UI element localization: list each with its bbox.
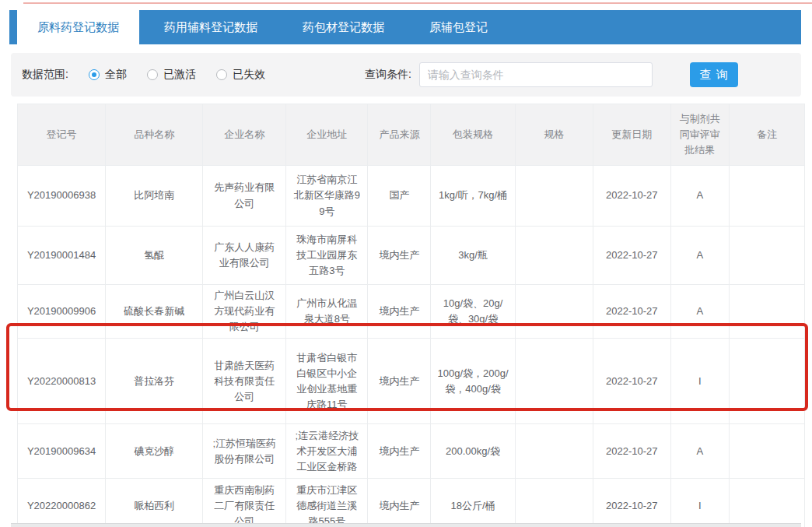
cell-product-source: 境内生产 bbox=[368, 339, 431, 424]
cell-company-address: 重庆市江津区德感街道兰溪路555号 bbox=[286, 479, 368, 527]
cell-update-date: 2022-10-27 bbox=[593, 424, 670, 479]
cell-company-address: 甘肃省白银市白银区中小企业创业基地重庆路11号 bbox=[286, 339, 368, 424]
cell-variety-name: 普拉洛芬 bbox=[106, 339, 203, 424]
cell-company-name: 先声药业有限公司 bbox=[203, 166, 286, 227]
next-row-partial bbox=[11, 523, 801, 527]
tab-api-excipient-packaging[interactable]: 原辅包登记 bbox=[409, 10, 508, 44]
cell-package-spec: 1kg/听，7kg/桶 bbox=[431, 166, 515, 227]
cell-product-source: 境内生产 bbox=[368, 479, 431, 527]
cell-review-result: I bbox=[670, 479, 729, 527]
radio-activated[interactable]: 已激活 bbox=[147, 68, 196, 82]
cell-spec bbox=[515, 424, 593, 479]
column-header-company-name: 企业名称 bbox=[203, 104, 286, 166]
tab-excipients[interactable]: 药用辅料登记数据 bbox=[144, 10, 278, 44]
cell-variety-name: 比阿培南 bbox=[106, 166, 203, 227]
cell-remarks bbox=[729, 339, 804, 424]
cell-update-date: 2022-10-27 bbox=[593, 479, 670, 527]
cell-remarks bbox=[729, 479, 804, 527]
radio-activated-label: 已激活 bbox=[163, 68, 196, 82]
cell-variety-name: 硫酸长春新碱 bbox=[106, 285, 203, 339]
top-divider-line bbox=[23, 2, 812, 4]
cell-package-spec: 3kg/瓶 bbox=[431, 227, 515, 285]
cell-company-address: 广州市从化温泉大道8号 bbox=[286, 285, 368, 339]
column-header-update-date: 更新日期 bbox=[593, 104, 670, 166]
table-row: Y20190009906 硫酸长春新碱 广州白云山汉方现代药业有限公司 广州市从… bbox=[18, 285, 805, 339]
filter-panel: 数据范围: 全部 已激活 已失效 查询条件: 查询 bbox=[11, 53, 801, 97]
column-header-variety-name: 品种名称 bbox=[106, 104, 203, 166]
cell-company-name: 甘肃皓天医药科技有限责任公司 bbox=[203, 339, 286, 424]
cell-update-date: 2022-10-27 bbox=[593, 166, 670, 227]
table-row-highlighted: Y20220000813 普拉洛芬 甘肃皓天医药科技有限责任公司 甘肃省白银市白… bbox=[18, 339, 805, 424]
column-header-review-result: 与制剂共同审评审批结果 bbox=[670, 104, 729, 166]
tab-raw-material-api[interactable]: 原料药登记数据 bbox=[17, 10, 139, 44]
query-condition-label: 查询条件: bbox=[365, 68, 411, 82]
radio-expired-label: 已失效 bbox=[233, 68, 265, 82]
cell-reg-no: Y20190001484 bbox=[18, 227, 106, 285]
column-header-package-spec: 包装规格 bbox=[431, 104, 515, 166]
tab-bar: 原料药登记数据 药用辅料登记数据 药包材登记数据 原辅包登记 bbox=[9, 10, 801, 44]
column-header-spec: 规格 bbox=[515, 104, 593, 166]
radio-activated-icon[interactable] bbox=[147, 69, 158, 80]
data-scope-label: 数据范围: bbox=[22, 68, 68, 82]
cell-package-spec: 10g/袋、20g/袋、30g/袋 bbox=[431, 285, 515, 339]
cell-spec bbox=[515, 227, 593, 285]
registration-data-page: 原料药登记数据 药用辅料登记数据 药包材登记数据 原辅包登记 数据范围: 全部 … bbox=[0, 0, 812, 527]
cell-company-address: ;连云港经济技术开发区大浦工业区金桥路 bbox=[286, 424, 368, 479]
cell-update-date: 2022-10-27 bbox=[593, 339, 670, 424]
cell-spec bbox=[515, 479, 593, 527]
cell-review-result: A bbox=[670, 424, 729, 479]
table-row: Y20220000862 哌柏西利 重庆西南制药二厂有限责任公司 重庆市江津区德… bbox=[18, 479, 805, 527]
cell-product-source: 境内生产 bbox=[368, 424, 431, 479]
cell-variety-name: 碘克沙醇 bbox=[106, 424, 203, 479]
registration-table: 登记号 品种名称 企业名称 企业地址 产品来源 包装规格 规格 更新日期 与制剂… bbox=[17, 104, 805, 527]
cell-remarks bbox=[729, 227, 804, 285]
cell-reg-no: Y20190006938 bbox=[18, 166, 106, 227]
cell-spec bbox=[515, 285, 593, 339]
cell-spec bbox=[515, 166, 593, 227]
column-header-product-source: 产品来源 bbox=[368, 104, 431, 166]
cell-remarks bbox=[729, 424, 804, 479]
radio-all-icon[interactable] bbox=[89, 69, 100, 80]
cell-package-spec: 200.00kg/袋 bbox=[431, 424, 515, 479]
cell-variety-name: 哌柏西利 bbox=[106, 479, 203, 527]
cell-product-source: 国产 bbox=[368, 166, 431, 227]
tab-packaging-materials[interactable]: 药包材登记数据 bbox=[282, 10, 404, 44]
cell-update-date: 2022-10-27 bbox=[593, 285, 670, 339]
cell-reg-no: Y20220000813 bbox=[18, 339, 106, 424]
table-header-row: 登记号 品种名称 企业名称 企业地址 产品来源 包装规格 规格 更新日期 与制剂… bbox=[18, 104, 805, 166]
cell-remarks bbox=[729, 166, 804, 227]
cell-company-name: 广东人人康药业有限公司 bbox=[203, 227, 286, 285]
cell-reg-no: Y20220000862 bbox=[18, 479, 106, 527]
cell-remarks bbox=[729, 285, 804, 339]
cell-company-name: ;江苏恒瑞医药股份有限公司 bbox=[203, 424, 286, 479]
table-row: Y20190001484 氢醌 广东人人康药业有限公司 珠海市南屏科技工业园屏东… bbox=[18, 227, 805, 285]
cell-product-source: 境内生产 bbox=[368, 227, 431, 285]
radio-expired[interactable]: 已失效 bbox=[216, 68, 265, 82]
cell-reg-no: Y20190009906 bbox=[18, 285, 106, 339]
column-header-remarks: 备注 bbox=[729, 104, 804, 166]
radio-all-label: 全部 bbox=[105, 68, 127, 82]
cell-spec bbox=[515, 339, 593, 424]
column-header-company-address: 企业地址 bbox=[286, 104, 368, 166]
radio-all[interactable]: 全部 bbox=[89, 68, 127, 82]
cell-company-name: 重庆西南制药二厂有限责任公司 bbox=[203, 479, 286, 527]
table-row: Y20190006938 比阿培南 先声药业有限公司 江苏省南京江北新区华康路9… bbox=[18, 166, 805, 227]
cell-reg-no: Y20190009634 bbox=[18, 424, 106, 479]
cell-update-date: 2022-10-27 bbox=[593, 227, 670, 285]
cell-review-result: A bbox=[670, 227, 729, 285]
cell-product-source: 境内生产 bbox=[368, 285, 431, 339]
cell-review-result: I bbox=[670, 339, 729, 424]
cell-package-spec: 100g/袋，200g/袋，400g/袋 bbox=[431, 339, 515, 424]
table-row: Y20190009634 碘克沙醇 ;江苏恒瑞医药股份有限公司 ;连云港经济技术… bbox=[18, 424, 805, 479]
cell-review-result: A bbox=[670, 285, 729, 339]
radio-expired-icon[interactable] bbox=[216, 69, 227, 80]
cell-variety-name: 氢醌 bbox=[106, 227, 203, 285]
cell-company-name: 广州白云山汉方现代药业有限公司 bbox=[203, 285, 286, 339]
search-button[interactable]: 查询 bbox=[690, 62, 738, 87]
cell-company-address: 江苏省南京江北新区华康路99号 bbox=[286, 166, 368, 227]
column-header-reg-no: 登记号 bbox=[18, 104, 106, 166]
cell-review-result: A bbox=[670, 166, 729, 227]
cell-package-spec: 18公斤/桶 bbox=[431, 479, 515, 527]
cell-company-address: 珠海市南屏科技工业园屏东五路3号 bbox=[286, 227, 368, 285]
query-input[interactable] bbox=[419, 62, 653, 87]
